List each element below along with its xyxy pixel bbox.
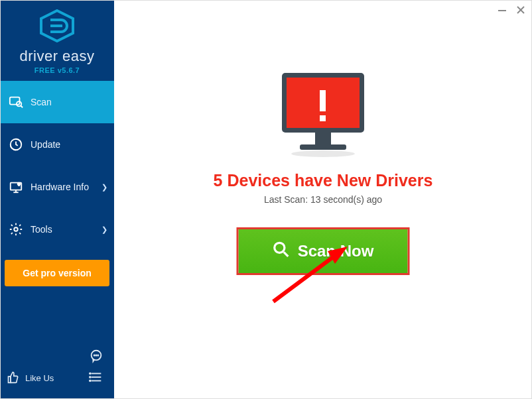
svg-rect-29 [315, 133, 331, 144]
sidebar-item-hardware-info[interactable]: i Hardware Info ❯ [0, 166, 114, 208]
app-logo-icon [38, 9, 76, 45]
menu-icon[interactable] [89, 370, 103, 387]
like-us-label: Like Us [25, 373, 54, 383]
svg-rect-30 [300, 144, 346, 150]
like-us-button[interactable]: Like Us [7, 370, 54, 386]
svg-point-11 [14, 227, 18, 231]
window-controls [498, 5, 525, 17]
svg-point-31 [291, 150, 355, 157]
main-area: 5 Devices have New Drivers Last Scan: 13… [114, 0, 532, 399]
scan-now-label: Scan Now [298, 242, 374, 260]
svg-point-21 [90, 380, 91, 382]
svg-line-4 [21, 106, 23, 108]
sidebar: driver easy FREE v5.6.7 Scan U [0, 0, 114, 399]
sidebar-item-label: Update [31, 139, 60, 150]
sidebar-item-label: Tools [31, 224, 52, 235]
minimize-button[interactable] [498, 5, 507, 17]
close-button[interactable] [516, 5, 525, 17]
sidebar-item-scan[interactable]: Scan [0, 81, 114, 123]
sidebar-item-label: Hardware Info [31, 182, 89, 192]
svg-point-19 [90, 373, 91, 374]
chevron-right-icon: ❯ [101, 183, 107, 192]
svg-line-33 [284, 252, 289, 256]
svg-point-14 [96, 355, 96, 355]
svg-point-13 [94, 355, 95, 355]
svg-point-20 [90, 376, 91, 378]
svg-rect-2 [10, 97, 20, 105]
update-icon [8, 137, 24, 152]
svg-rect-28 [320, 115, 326, 121]
chevron-right-icon: ❯ [101, 225, 107, 234]
last-scan-text: Last Scan: 13 second(s) ago [114, 194, 532, 205]
sidebar-bottom: Like Us [0, 353, 114, 399]
logo-area: driver easy FREE v5.6.7 [0, 0, 114, 81]
thumbs-up-icon [7, 370, 20, 386]
feedback-icon[interactable] [89, 349, 103, 366]
svg-rect-27 [320, 90, 326, 111]
scan-now-button[interactable]: Scan Now [237, 227, 410, 275]
app-version-text: FREE v5.6.7 [0, 66, 114, 74]
app-brand-text: driver easy [0, 48, 114, 65]
sidebar-item-label: Scan [31, 97, 52, 107]
svg-point-32 [275, 243, 285, 253]
search-icon [273, 241, 290, 262]
svg-point-15 [98, 355, 98, 355]
sidebar-item-update[interactable]: Update [0, 123, 114, 166]
sidebar-nav: Scan Update i H [0, 81, 114, 251]
svg-text:i: i [19, 183, 19, 186]
tools-icon [8, 221, 24, 237]
hardware-info-icon: i [8, 179, 24, 195]
sidebar-item-tools[interactable]: Tools ❯ [0, 208, 114, 251]
get-pro-button[interactable]: Get pro version [5, 260, 109, 286]
alert-monitor-icon [273, 70, 373, 160]
scan-result-headline: 5 Devices have New Drivers [114, 171, 532, 190]
scan-icon [8, 94, 24, 110]
